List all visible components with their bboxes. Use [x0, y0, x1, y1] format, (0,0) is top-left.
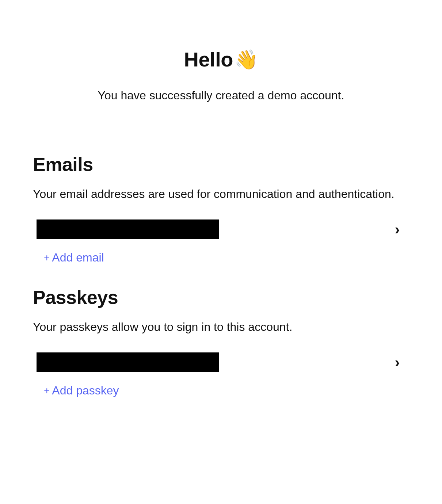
hero-title: Hello👋 — [184, 47, 258, 71]
passkeys-description: Your passkeys allow you to sign in to th… — [33, 319, 409, 335]
hero-subtitle: You have successfully created a demo acc… — [33, 89, 409, 102]
chevron-right-icon: › — [395, 355, 405, 370]
wave-icon: 👋 — [235, 50, 258, 69]
emails-description: Your email addresses are used for commun… — [33, 186, 409, 202]
add-passkey-label: Add passkey — [52, 384, 119, 397]
plus-icon: + — [44, 253, 50, 263]
add-email-label: Add email — [52, 251, 104, 264]
email-row[interactable]: › — [33, 217, 409, 242]
main-container: Hello👋 You have successfully created a d… — [0, 0, 442, 397]
add-passkey-button[interactable]: + Add passkey — [44, 384, 119, 397]
passkeys-section: Passkeys Your passkeys allow you to sign… — [33, 286, 409, 397]
passkeys-title: Passkeys — [33, 286, 409, 308]
email-value-redacted — [37, 219, 219, 239]
passkey-row[interactable]: › — [33, 350, 409, 375]
add-email-button[interactable]: + Add email — [44, 251, 104, 264]
emails-title: Emails — [33, 153, 409, 175]
emails-section: Emails Your email addresses are used for… — [33, 153, 409, 264]
chevron-right-icon: › — [395, 222, 405, 237]
hero-title-text: Hello — [184, 47, 233, 71]
passkey-value-redacted — [37, 352, 219, 372]
hero-section: Hello👋 You have successfully created a d… — [33, 47, 409, 102]
plus-icon: + — [44, 386, 50, 396]
